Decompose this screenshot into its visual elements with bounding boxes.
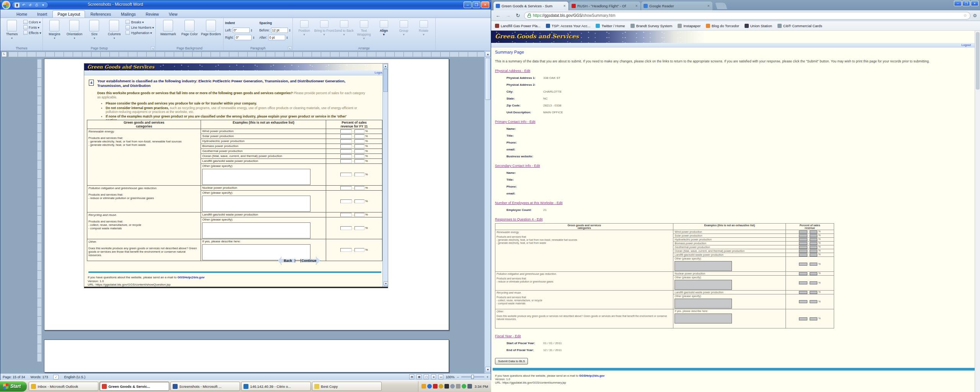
bring-to-front-button[interactable]: Bring to Front▾ [314, 19, 334, 45]
zoom-slider-thumb[interactable] [471, 375, 474, 379]
bookmark-landfill-gas-power-pla[interactable]: Landfill Gas Power Pla... [495, 24, 541, 28]
bookmark-instapaper[interactable]: Instapaper [678, 24, 701, 28]
minimize-button[interactable]: – [954, 1, 962, 6]
percent-fraction-input[interactable] [354, 134, 364, 138]
submit-data-button[interactable]: Submit Data to BLS [495, 358, 528, 364]
percent-whole-input[interactable] [340, 149, 352, 153]
section-link-fiscal-year[interactable]: Fiscal Year - Edit [495, 334, 971, 338]
scroll-up-icon[interactable]: ▲ [485, 51, 491, 57]
draft-view-icon[interactable]: ▭ [438, 374, 443, 379]
tray-icon-7[interactable] [456, 384, 461, 389]
restore-button[interactable]: ❐ [962, 1, 970, 6]
browser-tab-rush-headlong-flight-of[interactable]: RUSH - "Headlong Flight" - Of✕ [569, 2, 640, 10]
spellcheck-icon[interactable]: ✓ [53, 375, 59, 379]
other-textarea[interactable] [202, 196, 310, 212]
section-link-number-of-employees-at-this-worksite-edit[interactable]: Number of Employees at this Worksite - E… [495, 201, 971, 205]
tray-icon-1[interactable] [421, 384, 426, 389]
spacing-after-input[interactable]: 0 pt [268, 35, 285, 40]
taskbar-button-inbox-microsoft-outlook[interactable]: Inbox - Microsoft Outlook [29, 382, 98, 391]
percent-fraction-input[interactable] [354, 159, 364, 163]
ribbon-tab-references[interactable]: References [86, 11, 116, 18]
percent-fraction-input[interactable] [354, 149, 364, 153]
tab-stop-selector[interactable]: L [2, 52, 7, 57]
undo-icon[interactable]: ↶ [21, 3, 26, 8]
taskbar-button-screenshots-microsoft[interactable]: Screenshots - Microsoft ... [170, 382, 240, 391]
quick-print-icon[interactable]: ⎙ [34, 3, 39, 8]
scroll-up-icon[interactable]: ▲ [383, 64, 388, 69]
percent-whole-input[interactable] [340, 199, 352, 203]
bookmark-twitter-home[interactable]: Twitter / Home [596, 24, 625, 28]
browser-tab-google-reader[interactable]: Google Reader✕ [641, 2, 712, 10]
forward-icon[interactable]: → [504, 13, 512, 18]
embedded-scrollbar[interactable]: ▲ ▼ [382, 64, 388, 288]
themes-effects-button[interactable]: Effects ▾ [23, 31, 41, 35]
web-layout-view-icon[interactable]: ▢ [424, 374, 429, 379]
ribbon-tab-home[interactable]: Home [12, 11, 32, 18]
save-icon[interactable]: ▮ [15, 3, 20, 8]
columns-button[interactable]: Columns▾ [104, 19, 124, 45]
taskbar-button-146-142-40-39-citrix-o[interactable]: 146.142.40.39 - Citrix o... [241, 382, 311, 391]
other-textarea[interactable] [202, 222, 310, 238]
logout-link[interactable]: Logout [962, 43, 971, 47]
themes-button[interactable]: Themes▾ [2, 19, 22, 45]
tab-close-icon[interactable]: ✕ [635, 4, 638, 8]
percent-fraction-input[interactable] [354, 173, 364, 176]
ribbon-tab-mailings[interactable]: Mailings [116, 11, 140, 18]
percent-whole-input[interactable] [340, 129, 352, 133]
back-icon[interactable]: ← [494, 13, 502, 18]
tray-icon-8[interactable] [462, 384, 466, 389]
help-email-link[interactable]: GGSHelp@bls.gov [579, 374, 605, 377]
word-scrollbar[interactable]: ▲ ▼ [484, 51, 491, 373]
percent-whole-input[interactable] [340, 213, 352, 217]
percent-whole-input[interactable] [340, 186, 352, 190]
ribbon-tab-view[interactable]: View [164, 11, 182, 18]
percent-whole-input[interactable] [340, 226, 352, 230]
zoom-level[interactable]: 100% [446, 375, 454, 379]
scroll-down-icon[interactable]: ▼ [384, 281, 388, 286]
help-email-link[interactable]: GGSHelp@bls.gov [177, 276, 204, 279]
themes-colors-button[interactable]: Colors ▾ [23, 20, 41, 24]
scroll-thumb[interactable] [485, 58, 491, 100]
section-link-primary-contact-info-edit[interactable]: Primary Contact Info - Edit [495, 120, 971, 124]
align-button[interactable]: Align▾ [374, 19, 394, 45]
continue-button[interactable]: Continue [301, 257, 320, 265]
bookmark-union-station[interactable]: Union Station [745, 24, 772, 28]
hyphenation-button[interactable]: Hyphenation ▾ [126, 31, 154, 35]
new-tab-button[interactable] [715, 3, 727, 9]
language-indicator[interactable]: English (U.S.) [64, 375, 85, 379]
line-numbers-button[interactable]: Line Numbers ▾ [126, 25, 154, 29]
tray-icon-5[interactable] [444, 384, 449, 389]
redo-icon[interactable]: ↺ [28, 3, 33, 8]
send-to-back-button[interactable]: Send to Back▾ [334, 19, 354, 45]
percent-fraction-input[interactable] [354, 226, 364, 230]
rotate-button[interactable]: Rotate▾ [414, 19, 434, 45]
page-indicator[interactable]: Page: 15 of 34 [3, 375, 25, 379]
tray-icon-6[interactable] [450, 384, 455, 389]
bookmark-blog-do-torcedor[interactable]: Blog do Torcedor [706, 24, 739, 28]
page-borders-button[interactable]: Page Borders [200, 19, 222, 45]
qat-customize-icon[interactable]: ▾ [41, 3, 46, 8]
section-link-physical-address-edit[interactable]: Physical Address - Edit [495, 69, 971, 73]
ribbon-tab-review[interactable]: Review [141, 11, 163, 18]
indent-left-input[interactable]: 0" [233, 28, 250, 33]
reload-icon[interactable]: ↻ [514, 13, 522, 18]
scroll-down-icon[interactable]: ▼ [485, 367, 491, 372]
tab-close-icon[interactable]: ✕ [563, 4, 566, 8]
percent-fraction-input[interactable] [354, 213, 364, 217]
breaks-button[interactable]: Breaks ▾ [126, 20, 154, 24]
percent-fraction-input[interactable] [354, 129, 364, 133]
percent-fraction-input[interactable] [354, 248, 364, 252]
taskbar-button-green-goods-servic[interactable]: Green Goods & Servic... [100, 382, 169, 391]
chrome-scrollbar[interactable] [975, 31, 980, 392]
percent-whole-input[interactable] [340, 173, 352, 176]
tray-icon-3[interactable] [433, 384, 438, 389]
taskbar-button-best-copy[interactable]: Best Copy [312, 382, 382, 391]
close-button[interactable]: × [971, 1, 978, 6]
indent-right-input[interactable]: 0" [235, 35, 252, 40]
scroll-thumb[interactable] [383, 69, 388, 92]
group-button[interactable]: Group▾ [394, 19, 414, 45]
start-button[interactable]: Start [0, 381, 27, 392]
margins-button[interactable]: Margins▾ [44, 19, 64, 45]
other-textarea[interactable] [202, 169, 310, 185]
word-titlebar[interactable]: ▮ ↶ ↺ ⎙ ▾ Screenshots - Microsoft Word –… [0, 0, 491, 10]
